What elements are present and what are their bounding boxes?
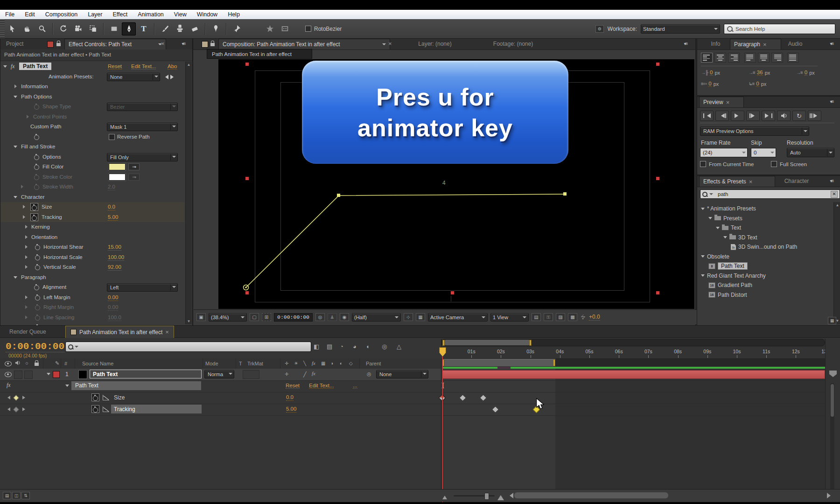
- stopwatch-icon[interactable]: [34, 285, 39, 290]
- fx-tree-item-gradient-path[interactable]: 16Gradient Path: [697, 280, 833, 290]
- eye-icon[interactable]: [5, 372, 12, 378]
- tab-timeline-comp[interactable]: Path Animation Text in after effect: [65, 326, 174, 338]
- selection-handle[interactable]: [245, 63, 249, 66]
- resolution-combo[interactable]: Auto: [787, 148, 834, 157]
- stopwatch-icon[interactable]: [32, 205, 37, 210]
- orientation-row[interactable]: Orientation: [0, 232, 184, 243]
- timeline-vscrollbar[interactable]: [830, 383, 834, 495]
- resolution-dropdown[interactable]: (Half): [352, 313, 401, 322]
- previous-keyframe-icon[interactable]: [6, 396, 10, 399]
- indent-right-field[interactable]: →≡0px: [796, 70, 815, 76]
- close-icon[interactable]: [161, 40, 165, 47]
- twirl-closed-icon[interactable]: [25, 265, 29, 269]
- kerning-row[interactable]: Kerning: [0, 222, 184, 232]
- frame-rate-combo[interactable]: (24): [700, 148, 748, 157]
- work-area-end-handle[interactable]: [553, 359, 555, 366]
- justify-all-button[interactable]: [787, 53, 799, 63]
- pixel-aspect-icon[interactable]: ▩: [568, 313, 577, 321]
- stopwatch-icon[interactable]: [35, 295, 40, 301]
- panel-color-swatch[interactable]: [47, 41, 54, 48]
- column-source-name[interactable]: Source Name: [82, 361, 113, 366]
- indent-left-value[interactable]: 0: [710, 70, 713, 76]
- menu-effect[interactable]: Effect: [107, 11, 133, 18]
- comp-marker-bin-icon[interactable]: [829, 371, 837, 377]
- timeline-zoom-slider[interactable]: [454, 495, 495, 497]
- panel-menu-icon[interactable]: [826, 98, 837, 105]
- alignment-dropdown[interactable]: Left: [107, 283, 178, 292]
- full-screen-option[interactable]: Full Screen: [771, 161, 807, 167]
- stopwatch-active-box[interactable]: [91, 405, 99, 413]
- from-current-time-checkbox[interactable]: [700, 161, 706, 167]
- anchor-switch[interactable]: ✛: [285, 371, 288, 377]
- panel-menu-icon[interactable]: [826, 177, 837, 185]
- effect-row[interactable]: fx Path Text Reset Edit Text... ...: [0, 380, 441, 392]
- indent-right-value[interactable]: 0: [805, 70, 807, 76]
- effects-scrollbar[interactable]: ▲ ▼: [833, 202, 840, 324]
- left-margin-value[interactable]: 0.00: [108, 294, 118, 301]
- options-dropdown[interactable]: Fill Only: [107, 153, 178, 161]
- hand-tool-icon[interactable]: [20, 22, 34, 35]
- hide-shy-icon[interactable]: ◔: [340, 343, 343, 350]
- stopwatch-active-box[interactable]: [30, 213, 38, 221]
- animation-presets-dropdown[interactable]: None: [107, 73, 160, 81]
- type-tool-icon[interactable]: T: [137, 22, 151, 35]
- expand-layer-switches-icon[interactable]: ▤: [3, 492, 11, 499]
- menu-layer[interactable]: Layer: [83, 11, 107, 18]
- exposure-icon[interactable]: ⭍: [580, 314, 586, 321]
- twirl-closed-icon[interactable]: [25, 255, 29, 259]
- twirl-open-icon[interactable]: [708, 217, 712, 221]
- paragraph-row[interactable]: Paragraph: [0, 273, 184, 283]
- exposure-reset-icon[interactable]: ▨: [556, 313, 565, 321]
- expand-transfer-icon[interactable]: ◫: [12, 492, 21, 499]
- keyframe-at-time-icon[interactable]: [13, 395, 19, 401]
- fill-and-stroke-row[interactable]: Fill and Stroke: [0, 142, 184, 152]
- next-keyframe-icon[interactable]: [22, 396, 27, 399]
- column-trkmat[interactable]: TrkMat: [247, 361, 263, 366]
- stopwatch-icon[interactable]: [34, 165, 39, 170]
- pin-tool-icon[interactable]: [230, 22, 244, 35]
- column-t[interactable]: T: [239, 361, 242, 366]
- align-left-button[interactable]: [701, 53, 713, 63]
- fx-tree-item-3d-text[interactable]: 3D Text: [697, 233, 833, 242]
- close-icon[interactable]: [763, 41, 767, 48]
- exposure-value[interactable]: +0.0: [589, 314, 600, 321]
- layer-name[interactable]: Path Text: [90, 370, 202, 378]
- justify-last-center-button[interactable]: [758, 53, 770, 63]
- space-after-value[interactable]: 0: [756, 81, 759, 87]
- first-frame-button[interactable]: [700, 111, 714, 121]
- frame-blend-icon[interactable]: ◕: [353, 343, 357, 350]
- stopwatch-icon[interactable]: [34, 135, 39, 140]
- scroll-left-icon[interactable]: [507, 493, 513, 498]
- panel-menu-icon[interactable]: [826, 40, 837, 48]
- twirl-closed-icon[interactable]: [23, 215, 27, 219]
- workspace-dropdown[interactable]: Standard: [641, 24, 720, 34]
- horizontal-shear-value[interactable]: 15.00: [108, 244, 121, 251]
- reverse-path-checkbox[interactable]: [109, 134, 115, 140]
- twirl-open-icon[interactable]: [701, 274, 705, 279]
- size-value[interactable]: 0.0: [108, 204, 115, 210]
- panel-menu-icon[interactable]: [178, 40, 189, 48]
- graph-editor-icon[interactable]: △: [397, 343, 401, 350]
- pen-tool-icon[interactable]: [122, 22, 136, 35]
- comp-flowchart-icon[interactable]: ⚿: [544, 313, 553, 321]
- prev-preset-icon[interactable]: [163, 75, 168, 79]
- zoom-in-mountain-icon[interactable]: [497, 492, 504, 502]
- twirl-open-icon[interactable]: [3, 65, 7, 70]
- audio-button[interactable]: [777, 111, 791, 121]
- search-help-box[interactable]: Search Help: [724, 24, 835, 34]
- next-keyframe-icon[interactable]: [22, 407, 27, 411]
- selection-handle[interactable]: [656, 177, 659, 180]
- layer-duration-bar[interactable]: [442, 370, 825, 379]
- edit-text-link[interactable]: Edit Text...: [131, 63, 156, 70]
- star-icon[interactable]: [263, 22, 277, 35]
- tab-preview[interactable]: Preview: [699, 97, 744, 107]
- column-mode[interactable]: Mode: [205, 361, 218, 366]
- navigator-start-handle[interactable]: [442, 340, 445, 346]
- show-channels-icon[interactable]: ◉: [340, 313, 349, 321]
- timeline-vscroll-thumb[interactable]: [831, 384, 834, 417]
- size-property-row[interactable]: Size 0.0: [0, 392, 441, 404]
- panel-menu-icon[interactable]: [680, 40, 691, 48]
- next-frame-button[interactable]: [746, 111, 760, 121]
- twirl-open-icon[interactable]: [14, 196, 17, 200]
- tracking-property-value[interactable]: 5.00: [286, 406, 296, 413]
